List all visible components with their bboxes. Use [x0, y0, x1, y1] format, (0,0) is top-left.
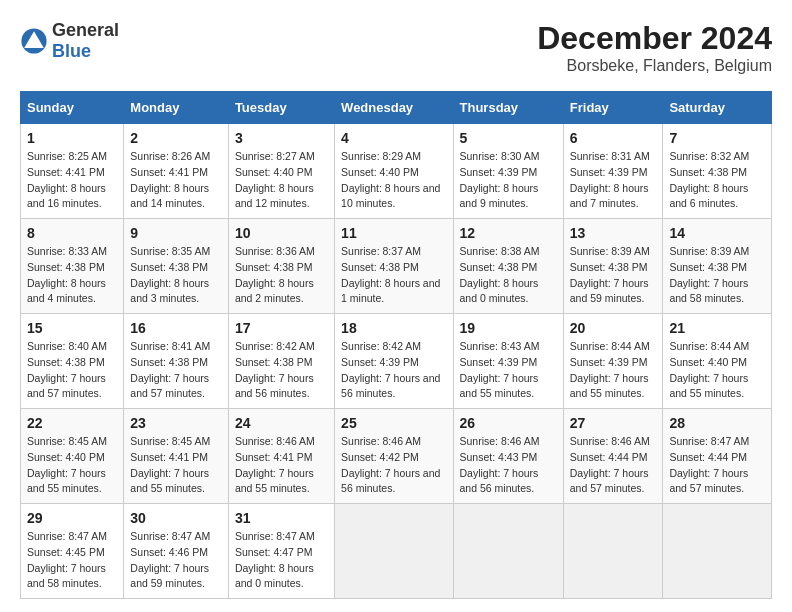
- day-info: Sunrise: 8:47 AMSunset: 4:47 PMDaylight:…: [235, 530, 315, 589]
- calendar-cell: 23 Sunrise: 8:45 AMSunset: 4:41 PMDaylig…: [124, 409, 229, 504]
- calendar-cell: 15 Sunrise: 8:40 AMSunset: 4:38 PMDaylig…: [21, 314, 124, 409]
- day-info: Sunrise: 8:31 AMSunset: 4:39 PMDaylight:…: [570, 150, 650, 209]
- calendar-cell: 26 Sunrise: 8:46 AMSunset: 4:43 PMDaylig…: [453, 409, 563, 504]
- col-tuesday: Tuesday: [228, 92, 334, 124]
- day-number: 25: [341, 415, 446, 431]
- day-number: 21: [669, 320, 765, 336]
- calendar-cell: 18 Sunrise: 8:42 AMSunset: 4:39 PMDaylig…: [335, 314, 453, 409]
- calendar-cell: 6 Sunrise: 8:31 AMSunset: 4:39 PMDayligh…: [563, 124, 663, 219]
- calendar-week-4: 22 Sunrise: 8:45 AMSunset: 4:40 PMDaylig…: [21, 409, 772, 504]
- calendar-cell: 29 Sunrise: 8:47 AMSunset: 4:45 PMDaylig…: [21, 504, 124, 599]
- calendar-cell: 3 Sunrise: 8:27 AMSunset: 4:40 PMDayligh…: [228, 124, 334, 219]
- day-info: Sunrise: 8:44 AMSunset: 4:39 PMDaylight:…: [570, 340, 650, 399]
- day-number: 18: [341, 320, 446, 336]
- calendar-cell: 21 Sunrise: 8:44 AMSunset: 4:40 PMDaylig…: [663, 314, 772, 409]
- calendar-cell: [563, 504, 663, 599]
- day-info: Sunrise: 8:47 AMSunset: 4:44 PMDaylight:…: [669, 435, 749, 494]
- day-number: 8: [27, 225, 117, 241]
- col-thursday: Thursday: [453, 92, 563, 124]
- calendar-cell: 20 Sunrise: 8:44 AMSunset: 4:39 PMDaylig…: [563, 314, 663, 409]
- day-info: Sunrise: 8:46 AMSunset: 4:44 PMDaylight:…: [570, 435, 650, 494]
- day-info: Sunrise: 8:45 AMSunset: 4:40 PMDaylight:…: [27, 435, 107, 494]
- day-info: Sunrise: 8:29 AMSunset: 4:40 PMDaylight:…: [341, 150, 440, 209]
- day-info: Sunrise: 8:36 AMSunset: 4:38 PMDaylight:…: [235, 245, 315, 304]
- day-info: Sunrise: 8:40 AMSunset: 4:38 PMDaylight:…: [27, 340, 107, 399]
- day-info: Sunrise: 8:46 AMSunset: 4:42 PMDaylight:…: [341, 435, 440, 494]
- day-info: Sunrise: 8:46 AMSunset: 4:43 PMDaylight:…: [460, 435, 540, 494]
- calendar-cell: 14 Sunrise: 8:39 AMSunset: 4:38 PMDaylig…: [663, 219, 772, 314]
- calendar-cell: 28 Sunrise: 8:47 AMSunset: 4:44 PMDaylig…: [663, 409, 772, 504]
- col-saturday: Saturday: [663, 92, 772, 124]
- day-number: 15: [27, 320, 117, 336]
- calendar-cell: 7 Sunrise: 8:32 AMSunset: 4:38 PMDayligh…: [663, 124, 772, 219]
- calendar-cell: 27 Sunrise: 8:46 AMSunset: 4:44 PMDaylig…: [563, 409, 663, 504]
- day-number: 9: [130, 225, 222, 241]
- calendar-cell: 10 Sunrise: 8:36 AMSunset: 4:38 PMDaylig…: [228, 219, 334, 314]
- day-info: Sunrise: 8:42 AMSunset: 4:39 PMDaylight:…: [341, 340, 440, 399]
- day-number: 30: [130, 510, 222, 526]
- day-number: 22: [27, 415, 117, 431]
- day-info: Sunrise: 8:42 AMSunset: 4:38 PMDaylight:…: [235, 340, 315, 399]
- title-block: December 2024 Borsbeke, Flanders, Belgiu…: [537, 20, 772, 75]
- day-info: Sunrise: 8:47 AMSunset: 4:45 PMDaylight:…: [27, 530, 107, 589]
- day-number: 11: [341, 225, 446, 241]
- day-number: 27: [570, 415, 657, 431]
- main-title: December 2024: [537, 20, 772, 57]
- day-info: Sunrise: 8:45 AMSunset: 4:41 PMDaylight:…: [130, 435, 210, 494]
- day-number: 4: [341, 130, 446, 146]
- calendar-cell: [663, 504, 772, 599]
- calendar-header-row: Sunday Monday Tuesday Wednesday Thursday…: [21, 92, 772, 124]
- calendar-cell: 13 Sunrise: 8:39 AMSunset: 4:38 PMDaylig…: [563, 219, 663, 314]
- day-info: Sunrise: 8:27 AMSunset: 4:40 PMDaylight:…: [235, 150, 315, 209]
- calendar-cell: 1 Sunrise: 8:25 AMSunset: 4:41 PMDayligh…: [21, 124, 124, 219]
- col-sunday: Sunday: [21, 92, 124, 124]
- day-number: 26: [460, 415, 557, 431]
- calendar-cell: 12 Sunrise: 8:38 AMSunset: 4:38 PMDaylig…: [453, 219, 563, 314]
- calendar-cell: [453, 504, 563, 599]
- col-wednesday: Wednesday: [335, 92, 453, 124]
- calendar-cell: 31 Sunrise: 8:47 AMSunset: 4:47 PMDaylig…: [228, 504, 334, 599]
- calendar-cell: 9 Sunrise: 8:35 AMSunset: 4:38 PMDayligh…: [124, 219, 229, 314]
- day-info: Sunrise: 8:35 AMSunset: 4:38 PMDaylight:…: [130, 245, 210, 304]
- subtitle: Borsbeke, Flanders, Belgium: [537, 57, 772, 75]
- day-number: 23: [130, 415, 222, 431]
- day-number: 7: [669, 130, 765, 146]
- calendar-cell: [335, 504, 453, 599]
- day-number: 28: [669, 415, 765, 431]
- day-info: Sunrise: 8:37 AMSunset: 4:38 PMDaylight:…: [341, 245, 440, 304]
- day-number: 20: [570, 320, 657, 336]
- day-number: 14: [669, 225, 765, 241]
- calendar-week-3: 15 Sunrise: 8:40 AMSunset: 4:38 PMDaylig…: [21, 314, 772, 409]
- day-info: Sunrise: 8:38 AMSunset: 4:38 PMDaylight:…: [460, 245, 540, 304]
- day-info: Sunrise: 8:41 AMSunset: 4:38 PMDaylight:…: [130, 340, 210, 399]
- calendar-cell: 25 Sunrise: 8:46 AMSunset: 4:42 PMDaylig…: [335, 409, 453, 504]
- calendar-cell: 17 Sunrise: 8:42 AMSunset: 4:38 PMDaylig…: [228, 314, 334, 409]
- calendar-cell: 4 Sunrise: 8:29 AMSunset: 4:40 PMDayligh…: [335, 124, 453, 219]
- day-info: Sunrise: 8:33 AMSunset: 4:38 PMDaylight:…: [27, 245, 107, 304]
- logo-general: General: [52, 20, 119, 40]
- calendar-cell: 24 Sunrise: 8:46 AMSunset: 4:41 PMDaylig…: [228, 409, 334, 504]
- day-info: Sunrise: 8:26 AMSunset: 4:41 PMDaylight:…: [130, 150, 210, 209]
- day-number: 5: [460, 130, 557, 146]
- day-number: 10: [235, 225, 328, 241]
- day-number: 19: [460, 320, 557, 336]
- day-info: Sunrise: 8:44 AMSunset: 4:40 PMDaylight:…: [669, 340, 749, 399]
- calendar-cell: 22 Sunrise: 8:45 AMSunset: 4:40 PMDaylig…: [21, 409, 124, 504]
- day-number: 2: [130, 130, 222, 146]
- calendar-cell: 8 Sunrise: 8:33 AMSunset: 4:38 PMDayligh…: [21, 219, 124, 314]
- calendar-cell: 16 Sunrise: 8:41 AMSunset: 4:38 PMDaylig…: [124, 314, 229, 409]
- calendar-cell: 5 Sunrise: 8:30 AMSunset: 4:39 PMDayligh…: [453, 124, 563, 219]
- calendar-cell: 11 Sunrise: 8:37 AMSunset: 4:38 PMDaylig…: [335, 219, 453, 314]
- logo-blue: Blue: [52, 41, 91, 61]
- col-friday: Friday: [563, 92, 663, 124]
- day-info: Sunrise: 8:30 AMSunset: 4:39 PMDaylight:…: [460, 150, 540, 209]
- day-number: 31: [235, 510, 328, 526]
- day-number: 29: [27, 510, 117, 526]
- day-number: 24: [235, 415, 328, 431]
- day-number: 3: [235, 130, 328, 146]
- day-info: Sunrise: 8:32 AMSunset: 4:38 PMDaylight:…: [669, 150, 749, 209]
- day-number: 1: [27, 130, 117, 146]
- day-number: 17: [235, 320, 328, 336]
- calendar-cell: 2 Sunrise: 8:26 AMSunset: 4:41 PMDayligh…: [124, 124, 229, 219]
- calendar-week-1: 1 Sunrise: 8:25 AMSunset: 4:41 PMDayligh…: [21, 124, 772, 219]
